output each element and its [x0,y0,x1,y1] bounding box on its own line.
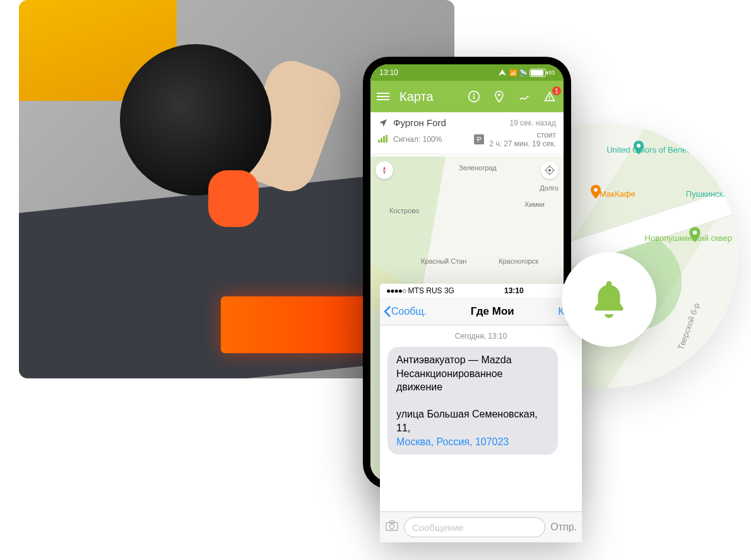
alerts-icon[interactable] [542,90,557,103]
back-button[interactable]: Сообщ. [384,305,427,318]
svg-point-2 [693,230,697,235]
last-seen: 19 сек. назад [509,119,556,127]
app-title: Карта [399,90,456,104]
signal-label: Сигнал: 100% [393,135,469,144]
sms-title: Где Мои [429,305,555,318]
svg-point-1 [594,188,598,192]
poi-label: МакКафе [600,189,636,199]
vehicle-card[interactable]: Фургон Ford 19 сек. назад Сигнал: 100% P… [370,112,564,155]
compass-button[interactable] [376,161,393,179]
sms-nav: Сообщ. Где Мои Ко... [380,298,582,325]
svg-point-4 [473,93,475,95]
parking-icon: P [474,134,484,144]
map-label: Красногорск [499,257,538,265]
location-arrow-icon [378,118,388,128]
battery-pct: 83 [548,69,555,76]
svg-rect-19 [386,522,398,530]
sms-bubble[interactable]: Антиэвакуатор — Mazda Несанкционированно… [387,347,558,455]
route-icon[interactable] [517,90,532,103]
svg-rect-5 [473,96,475,99]
sms-composer: Сообщение Отпр. [380,511,582,542]
app-header: Карта [370,81,564,112]
camera-icon[interactable] [385,520,399,535]
bell-icon [587,277,631,322]
svg-rect-7 [549,95,550,98]
svg-point-6 [498,93,500,96]
svg-rect-12 [386,135,387,143]
map-label: Кострово [389,207,419,214]
battery-icon [529,69,546,77]
map-label: Долго [540,184,559,192]
ios-status-bar: ●●●●○ MTS RUS 3G 13:10 [380,284,582,298]
map-label: Химки [524,201,545,208]
map-label: Красный Стан [421,257,466,265]
svg-point-20 [389,524,394,528]
sms-overlay: ●●●●○ MTS RUS 3G 13:10 Сообщ. Где Мои Ко… [380,284,582,542]
poi-label: Пушкинская [686,189,732,199]
svg-rect-21 [389,520,394,523]
sms-thread[interactable]: Сегодня, 13:10 Антиэвакуатор — Mazda Нес… [380,325,582,511]
sms-timestamp: Сегодня, 13:10 [387,332,574,341]
poi-label: United Colors of Benetton [606,145,701,155]
send-button[interactable]: Отпр. [550,522,577,533]
svg-point-14 [548,169,551,172]
bell-badge [562,252,656,347]
svg-rect-9 [378,140,380,143]
android-status-bar: 13:10 📶 📡 83 [370,64,564,81]
poi-label: Тверской б-р [676,301,702,351]
nav-arrow-icon [498,69,507,76]
sms-address-link[interactable]: Москва, Россия, 107023 [396,436,509,447]
svg-rect-10 [381,138,382,143]
status-time: 13:10 [379,68,398,77]
map-label: Зеленоград [459,164,497,172]
svg-point-0 [637,144,641,148]
message-input[interactable]: Сообщение [404,517,545,537]
locate-button[interactable] [541,161,559,179]
svg-rect-11 [383,136,385,143]
poi-label: Новопушкинский сквер [645,233,732,243]
menu-icon[interactable] [377,93,389,100]
parking-status: стоит 2 ч. 27 мин. 19 сек. [489,131,556,149]
vehicle-name: Фургон Ford [393,117,504,128]
geofence-icon[interactable] [492,90,507,103]
signal-icon [378,135,388,144]
info-icon[interactable] [466,90,482,103]
svg-point-8 [549,98,550,100]
